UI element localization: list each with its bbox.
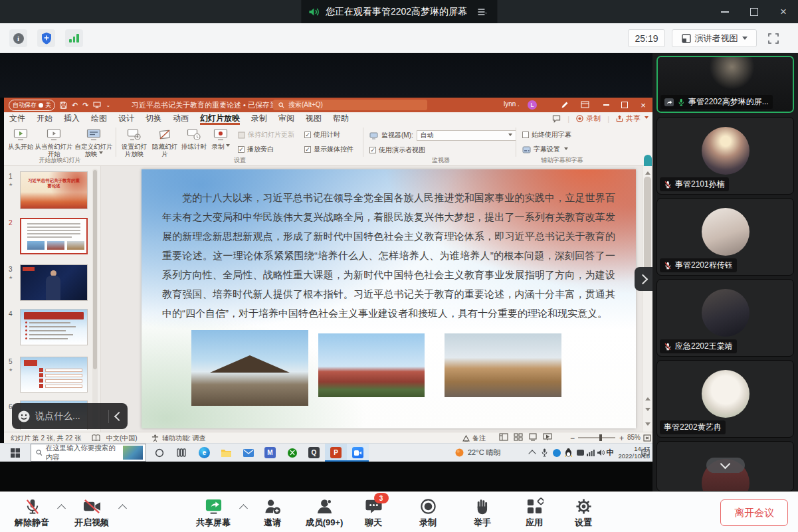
tray-volume-icon[interactable] (596, 444, 605, 462)
presenter-view-checkbox[interactable]: ✓ 使用演示者视图 (369, 145, 425, 155)
ribbon-record-button[interactable]: 录制 (210, 127, 231, 150)
participant-tile[interactable]: 应急2202王棠靖 (656, 279, 794, 357)
cortana-button[interactable] (149, 444, 169, 462)
participant-tile[interactable]: 事管2202黄艺冉 (656, 360, 794, 438)
from-beginning-button[interactable]: 从头开始 (7, 127, 35, 150)
save-icon[interactable] (60, 102, 67, 109)
taskbar-app-m[interactable]: M (259, 444, 281, 462)
always-captions-checkbox[interactable]: 始终使用字幕 (522, 130, 571, 139)
play-narrations-checkbox[interactable]: ✓ 播放旁白 (238, 145, 274, 154)
zoom-slider-thumb[interactable] (599, 434, 602, 441)
taskbar-app-xbox[interactable] (281, 444, 303, 462)
undo-icon[interactable]: ↶ (72, 101, 78, 110)
network-quality-button[interactable] (65, 29, 83, 47)
apps-button[interactable]: 应用 (513, 497, 555, 529)
fit-slide-icon[interactable] (643, 434, 651, 442)
autosave-toggle[interactable]: 自动保存 关 (9, 100, 55, 111)
ppt-minimize-button[interactable] (597, 98, 615, 112)
record-action-button[interactable]: 录制 (576, 114, 601, 124)
invite-button[interactable]: 邀请 (254, 497, 291, 529)
settings-button[interactable]: 设置 (562, 497, 605, 529)
scroll-up-icon[interactable] (645, 169, 650, 175)
scroll-down-icon[interactable] (645, 422, 650, 428)
rehearse-timings-button[interactable]: 排练计时 (179, 127, 209, 150)
emoji-icon[interactable] (17, 410, 31, 423)
sidebar-collapse-button[interactable] (635, 267, 652, 291)
show-media-controls-checkbox[interactable]: ✓ 显示媒体控件 (304, 145, 353, 154)
slide-scrollbar[interactable] (642, 166, 652, 432)
slideshow-view-icon[interactable] (543, 433, 552, 441)
taskbar-app-edge[interactable]: e (193, 444, 215, 462)
zoom-slider[interactable] (578, 437, 615, 438)
slide-thumbnail-4[interactable] (20, 309, 88, 345)
zoom-level[interactable]: 85% (627, 434, 641, 441)
tray-blue-app-icon[interactable] (551, 444, 561, 462)
ppt-close-button[interactable]: × (634, 98, 652, 112)
unmute-button[interactable]: 解除静音 (9, 497, 54, 529)
account-name[interactable]: lynn . (504, 100, 520, 108)
tray-qq-icon[interactable] (563, 444, 573, 462)
editing-mode-icon[interactable] (561, 101, 569, 109)
hide-slide-button[interactable]: 隐藏幻灯片 (151, 127, 179, 157)
minimize-button[interactable] (710, 0, 740, 23)
taskbar-weather[interactable]: 22°C 晴朗 (454, 444, 501, 462)
tab-view[interactable]: 视图 (306, 113, 322, 124)
slideshow-icon[interactable] (93, 102, 101, 108)
share-options-chevron[interactable] (239, 504, 248, 513)
from-current-button[interactable]: 从当前幻灯片开始 (35, 127, 73, 157)
start-button[interactable] (0, 444, 31, 462)
chat-quick-input[interactable]: 说点什么... (12, 403, 128, 429)
slide-thumbnail-2-selected[interactable] (20, 218, 88, 254)
setup-show-button[interactable]: 设置幻灯片放映 (119, 127, 150, 157)
qat-more-icon[interactable]: ⌄ (106, 102, 110, 108)
slide-sorter-icon[interactable] (514, 433, 523, 441)
tab-insert[interactable]: 插入 (64, 113, 80, 124)
slide-thumbnail-5[interactable] (20, 357, 88, 393)
action-center-button[interactable] (639, 444, 651, 462)
participant-tile[interactable]: 事管2202程传钰 (656, 198, 794, 276)
participant-tile-partial[interactable] (656, 441, 794, 491)
view-mode-dropdown[interactable]: 演讲者视图 (672, 29, 757, 47)
scrollbar-thumb[interactable] (644, 177, 651, 276)
taskbar-app-q[interactable]: Q (303, 444, 325, 462)
taskbar-search-box[interactable]: 在这里输入你要搜索的内容 (31, 444, 146, 462)
scroll-participants-button[interactable] (706, 458, 745, 473)
tab-record[interactable]: 录制 (251, 113, 267, 124)
ribbon-options-icon[interactable] (581, 101, 589, 108)
normal-view-icon[interactable] (499, 433, 508, 441)
comments-icon[interactable] (552, 115, 561, 123)
share-action-button[interactable]: 共享 (616, 114, 648, 124)
participant-tile-sharing[interactable]: 事管2202高梦琳的屏... (656, 56, 794, 113)
monitor-dropdown[interactable]: 监视器(M): 自动 (369, 130, 516, 141)
share-screen-button[interactable]: 共享屏幕 (190, 497, 237, 529)
banner-menu-button[interactable] (473, 5, 490, 19)
scrollbar-thumb[interactable] (93, 170, 97, 369)
tray-network-icon[interactable] (586, 444, 595, 462)
tab-animations[interactable]: 动画 (173, 113, 189, 124)
task-view-button[interactable] (171, 444, 191, 462)
taskbar-app-meeting[interactable] (347, 444, 369, 462)
participant-tile[interactable]: 事管2101孙楠 (656, 117, 794, 195)
slide-thumbnail-3[interactable] (20, 264, 88, 301)
zoom-out-button[interactable]: − (570, 434, 575, 443)
maximize-button[interactable] (740, 0, 769, 23)
custom-show-button[interactable]: 自定义幻灯片放映 (74, 127, 113, 157)
language-status[interactable]: 中文(中国) (106, 434, 138, 443)
current-slide[interactable]: 党的十八大以来，习近平总书记在领导全党全国各族人民推进党和国家事业的实践中，立足… (142, 169, 636, 428)
ppt-restore-button[interactable] (615, 98, 634, 112)
tab-review[interactable]: 审阅 (278, 113, 294, 124)
tab-help[interactable]: 帮助 (333, 113, 349, 124)
close-button[interactable]: × (769, 0, 798, 23)
thumbnail-scrollbar[interactable] (92, 169, 98, 428)
ime-indicator[interactable]: 中 (605, 444, 615, 462)
mic-options-chevron[interactable] (57, 504, 66, 513)
search-highlight-image[interactable] (123, 446, 143, 460)
taskbar-app-explorer[interactable] (215, 444, 237, 462)
record-button[interactable]: 录制 (407, 497, 449, 529)
chat-button[interactable]: 3 聊天 (355, 497, 392, 529)
notes-button[interactable]: 备注 (462, 434, 486, 443)
raise-hand-button[interactable]: 举手 (461, 497, 504, 529)
video-options-chevron[interactable] (118, 504, 127, 513)
accessibility-status[interactable]: 辅助功能: 调查 (162, 434, 206, 443)
ppt-search-box[interactable]: 搜索(Alt+Q) (273, 100, 427, 110)
